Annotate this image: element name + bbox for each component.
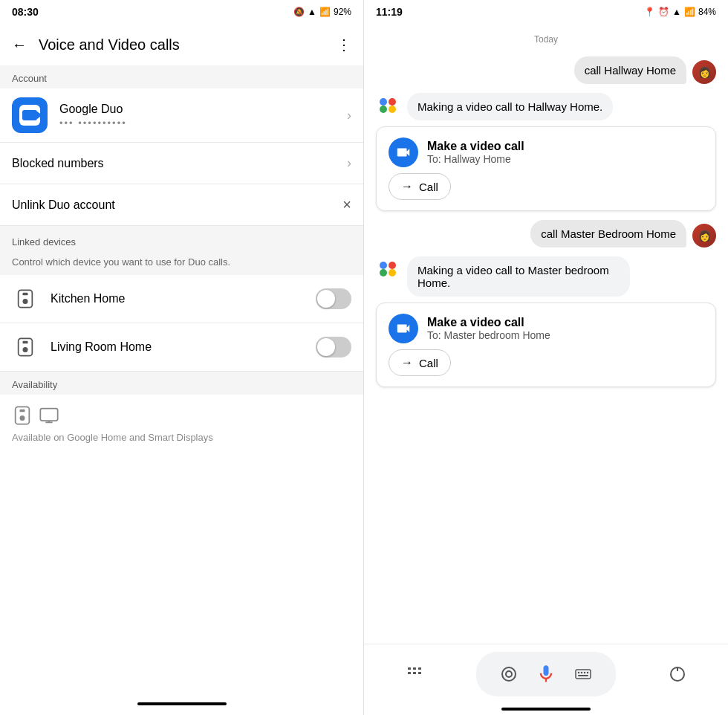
- livingroom-speaker-icon: [12, 334, 39, 360]
- unlink-x-button[interactable]: ×: [342, 196, 351, 213]
- google-assistant-dots-1: [376, 93, 400, 117]
- call-card-1: Make a video call To: Hallway Home → Cal…: [376, 126, 716, 211]
- chat-area: Today call Hallway Home 👩 Making a video…: [364, 24, 728, 644]
- user-message-1: call Hallway Home 👩: [376, 56, 716, 84]
- keyboard-icon: [574, 665, 592, 683]
- kitchen-home-toggle[interactable]: [316, 288, 351, 309]
- living-room-item: Living Room Home: [0, 323, 363, 372]
- duo-camera-icon: [22, 110, 37, 120]
- call-button-1[interactable]: → Call: [389, 173, 451, 200]
- compass-icon: [669, 665, 686, 683]
- svg-point-1: [23, 299, 28, 304]
- call-to-2: To: Master bedroom Home: [427, 329, 550, 341]
- svg-rect-2: [23, 293, 28, 296]
- linked-devices-description: Control which device you want to use for…: [0, 252, 363, 275]
- time-left: 08:30: [12, 6, 39, 18]
- svg-point-27: [506, 671, 512, 677]
- svg-rect-20: [408, 667, 411, 670]
- location-icon: 📍: [644, 7, 655, 17]
- call-card-header-2: Make a video call To: Master bedroom Hom…: [389, 314, 703, 343]
- keyboard-button[interactable]: [568, 659, 598, 689]
- linked-devices-header: Linked devices: [0, 226, 363, 252]
- svg-rect-24: [413, 672, 416, 674]
- video-icon-2: [395, 320, 412, 337]
- call-card-text-1: Make a video call To: Hallway Home: [427, 140, 524, 165]
- unlink-duo-item[interactable]: Unlink Duo account ×: [0, 184, 363, 226]
- availability-content: Available on Google Home and Smart Displ…: [0, 395, 363, 693]
- svg-point-18: [380, 269, 387, 276]
- user-bubble-2: call Master Bedroom Home: [530, 220, 686, 248]
- blocked-numbers-item[interactable]: Blocked numbers ›: [0, 143, 363, 184]
- call-card-icon-1: [389, 138, 418, 167]
- user-avatar-2: 👩: [692, 224, 716, 248]
- duo-title: Google Duo: [59, 103, 347, 116]
- svg-point-14: [380, 106, 387, 113]
- svg-rect-25: [418, 672, 421, 674]
- action-grid-button[interactable]: [400, 659, 429, 689]
- svg-rect-21: [413, 667, 416, 670]
- availability-section-header: Availability: [0, 372, 363, 395]
- google-duo-item[interactable]: Google Duo ••• •••••••••• ›: [0, 88, 363, 143]
- availability-label: Availability: [12, 379, 57, 390]
- display-icon: [39, 405, 59, 426]
- date-label: Today: [376, 34, 716, 45]
- account-section-header: Account: [0, 65, 363, 88]
- bottom-bar-right: [364, 644, 728, 703]
- call-button-2[interactable]: → Call: [389, 349, 451, 376]
- call-card-2: Make a video call To: Master bedroom Hom…: [376, 302, 716, 387]
- availability-description: Available on Google Home and Smart Displ…: [12, 432, 351, 443]
- home-indicator-left: [137, 702, 227, 705]
- home-indicator-right: [501, 708, 591, 711]
- svg-point-15: [389, 106, 396, 113]
- alarm-icon: ⏰: [658, 7, 669, 17]
- svg-point-7: [20, 415, 25, 421]
- svg-point-16: [380, 262, 387, 269]
- mic-container[interactable]: [536, 664, 556, 685]
- living-room-toggle[interactable]: [316, 337, 351, 358]
- svg-point-12: [380, 98, 387, 106]
- blocked-text: Blocked numbers: [12, 157, 347, 170]
- call-btn-label-2: Call: [419, 357, 438, 369]
- unlink-text: Unlink Duo account: [12, 198, 342, 212]
- more-button[interactable]: ⋮: [337, 36, 351, 54]
- call-title-1: Make a video call: [427, 140, 524, 153]
- left-panel: 08:30 🔕 ▲ 📶 92% ← Voice and Video calls …: [0, 0, 364, 715]
- bottom-wrap-right: [364, 644, 728, 715]
- blocked-label: Blocked numbers: [12, 157, 347, 170]
- call-arrow-icon-2: →: [401, 356, 413, 369]
- back-button[interactable]: ←: [12, 36, 27, 54]
- google-assistant-dots-2: [376, 256, 400, 280]
- call-arrow-icon-1: →: [401, 180, 413, 193]
- call-card-header-1: Make a video call To: Hallway Home: [389, 138, 703, 167]
- top-bar-left: ← Voice and Video calls ⋮: [0, 24, 363, 65]
- kitchen-home-item: Kitchen Home: [0, 275, 363, 323]
- status-bar-left: 08:30 🔕 ▲ 📶 92%: [0, 0, 363, 24]
- compass-button[interactable]: [663, 659, 692, 689]
- living-room-label: Living Room Home: [51, 340, 316, 354]
- assistant-text-2: Making a video call to Master bedroom Ho…: [407, 256, 630, 297]
- duo-icon: [19, 105, 40, 126]
- signal-icon: 📶: [319, 7, 331, 17]
- duo-chevron: ›: [347, 108, 351, 123]
- unlink-label: Unlink Duo account: [12, 198, 342, 212]
- svg-rect-8: [20, 410, 25, 412]
- svg-rect-5: [23, 341, 28, 344]
- lens-button[interactable]: [494, 659, 524, 689]
- status-icons-left: 🔕 ▲ 📶 92%: [293, 7, 351, 17]
- video-icon-1: [395, 144, 412, 161]
- mic-pill: [476, 652, 616, 696]
- home-speaker-icon: [12, 405, 33, 426]
- mute-icon: 🔕: [293, 7, 305, 17]
- bottom-bar-left: [0, 693, 363, 715]
- wifi-right-icon: ▲: [672, 7, 681, 17]
- home-bar-right: [364, 703, 728, 715]
- call-card-icon-2: [389, 314, 418, 343]
- svg-rect-23: [408, 672, 411, 674]
- duo-icon-container: [12, 97, 48, 133]
- svg-point-13: [389, 98, 396, 106]
- duo-subtitle: ••• ••••••••••: [59, 117, 347, 129]
- svg-point-19: [389, 269, 396, 276]
- call-btn-label-1: Call: [419, 181, 438, 193]
- user-message-2: call Master Bedroom Home 👩: [376, 220, 716, 248]
- user-avatar-1: 👩: [692, 60, 716, 84]
